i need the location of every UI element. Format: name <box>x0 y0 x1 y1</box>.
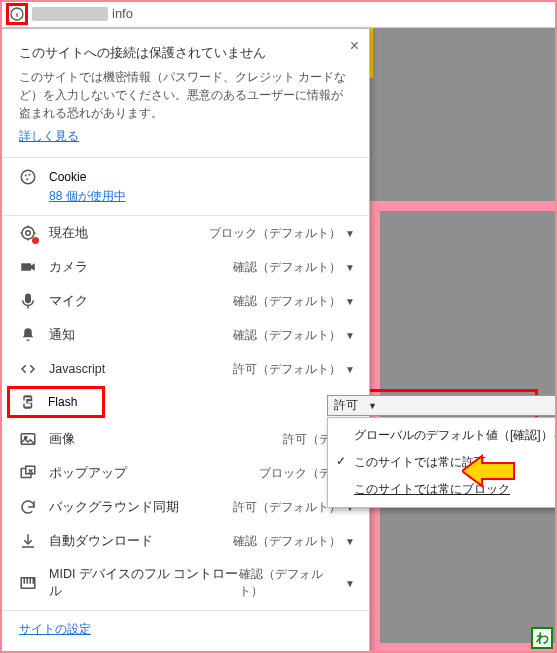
perm-row-autodl: 自動ダウンロード 確認（デフォルト）▼ <box>1 524 369 558</box>
security-title: このサイトへの接続は保護されていません <box>19 43 351 63</box>
perm-row-bgsync: バックグラウンド同期 許可（デフォルト）▼ <box>1 490 369 524</box>
svg-rect-13 <box>21 263 31 271</box>
perm-label: カメラ <box>49 259 88 276</box>
perm-label: マイク <box>49 293 88 310</box>
flash-icon <box>18 393 36 411</box>
perm-row-images: 画像 許可（デフォ <box>1 422 369 456</box>
svg-point-4 <box>25 175 27 177</box>
location-icon <box>19 224 37 242</box>
code-icon <box>19 360 37 378</box>
wa-badge: わ <box>531 627 553 649</box>
url-host-blurred <box>32 7 108 21</box>
learn-more-link[interactable]: 詳しく見る <box>19 129 79 143</box>
perm-row-notif: 通知 確認（デフォルト）▼ <box>1 318 369 352</box>
perm-label: Javascript <box>49 362 105 376</box>
midi-icon <box>19 574 37 592</box>
perm-label: 現在地 <box>49 225 88 242</box>
perm-row-flash: Flash <box>7 386 105 418</box>
perm-row-midi: MIDI デバイスのフル コントロール 確認（デフォルト）▼ <box>1 558 369 608</box>
perm-value-location[interactable]: ブロック（デフォルト）▼ <box>209 225 355 242</box>
download-icon <box>19 532 37 550</box>
perm-label: Flash <box>48 395 77 409</box>
perm-label: MIDI デバイスのフル コントロール <box>49 566 239 600</box>
perm-value-autodl[interactable]: 確認（デフォルト）▼ <box>233 533 355 550</box>
perm-row-popups: ポップアップ ブロック（デフォ <box>1 456 369 490</box>
perm-value-mic[interactable]: 確認（デフォルト）▼ <box>233 293 355 310</box>
perm-value-notif[interactable]: 確認（デフォルト）▼ <box>233 327 355 344</box>
svg-point-6 <box>26 178 28 180</box>
perm-row-camera: カメラ 確認（デフォルト）▼ <box>1 250 369 284</box>
svg-rect-14 <box>26 294 31 302</box>
svg-marker-25 <box>462 456 514 486</box>
url-bar: info <box>0 0 557 28</box>
cookie-usage-link[interactable]: 88 個が使用中 <box>49 189 126 203</box>
url-suffix: info <box>112 6 133 21</box>
security-desc: このサイトでは機密情報（パスワード、クレジット カードなど）を入力しないでくださ… <box>19 69 351 122</box>
flash-permission-select[interactable]: 許可▼ <box>327 395 557 416</box>
dd-option-default[interactable]: グローバルのデフォルト値（[確認]）を使用 <box>328 422 557 449</box>
dd-option-block[interactable]: このサイトでは常にブロック <box>328 476 557 503</box>
popup-icon <box>19 464 37 482</box>
perm-value-midi[interactable]: 確認（デフォルト）▼ <box>239 566 355 600</box>
perm-label: ポップアップ <box>49 465 127 482</box>
perm-row-js: Javascript 許可（デフォルト）▼ <box>1 352 369 386</box>
perm-row-mic: マイク 確認（デフォルト）▼ <box>1 284 369 318</box>
perm-label: 通知 <box>49 327 75 344</box>
close-button[interactable]: × <box>350 37 359 55</box>
perm-label: バックグラウンド同期 <box>49 499 179 516</box>
perm-row-location: 現在地 ブロック（デフォルト）▼ <box>1 216 369 250</box>
cookie-label: Cookie <box>49 170 86 184</box>
site-info-panel: × このサイトへの接続は保護されていません このサイトでは機密情報（パスワード、… <box>0 28 370 653</box>
perm-label: 自動ダウンロード <box>49 533 153 550</box>
site-settings-link[interactable]: サイトの設定 <box>19 622 91 636</box>
page-background <box>370 28 557 653</box>
cookie-icon <box>19 168 37 186</box>
svg-point-7 <box>26 231 31 236</box>
flash-permission-menu: グローバルのデフォルト値（[確認]）を使用 このサイトでは常に許可 このサイトで… <box>327 417 557 508</box>
perm-value-camera[interactable]: 確認（デフォルト）▼ <box>233 259 355 276</box>
camera-icon <box>19 258 37 276</box>
perm-value-js[interactable]: 許可（デフォルト）▼ <box>233 361 355 378</box>
bell-icon <box>19 326 37 344</box>
annotation-arrow <box>462 454 516 488</box>
image-icon <box>19 430 37 448</box>
site-info-icon[interactable] <box>6 3 28 25</box>
mic-icon <box>19 292 37 310</box>
perm-label: 画像 <box>49 431 75 448</box>
dd-option-allow[interactable]: このサイトでは常に許可 <box>328 449 557 476</box>
svg-point-5 <box>29 174 31 176</box>
permission-list: 現在地 ブロック（デフォルト）▼ カメラ 確認（デフォルト）▼ マイク 確認（デ… <box>1 216 369 610</box>
svg-point-3 <box>21 170 35 184</box>
sync-icon <box>19 498 37 516</box>
